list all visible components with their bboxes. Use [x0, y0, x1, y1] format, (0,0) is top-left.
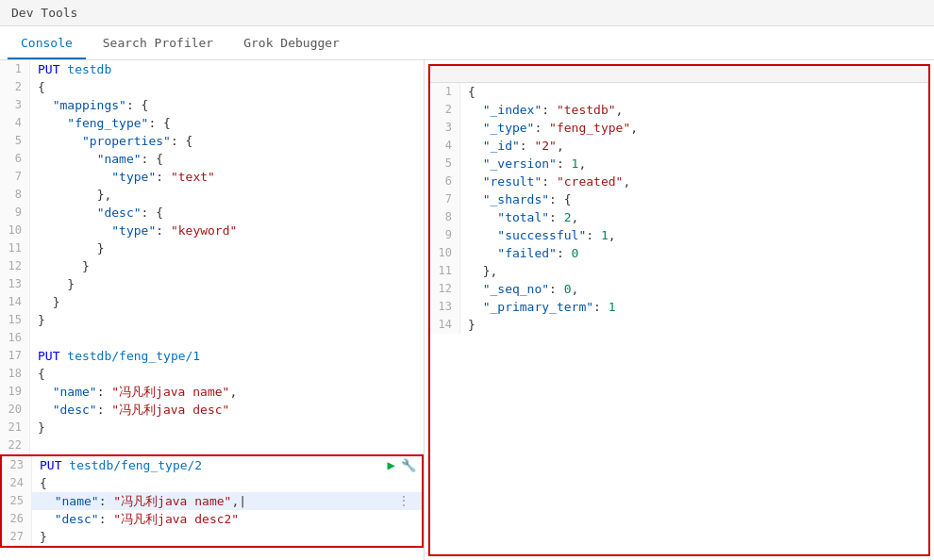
resp-line-7: 7 "_shards": {: [430, 190, 928, 208]
resp-line-3: 3 "_type": "feng_type",: [430, 119, 928, 137]
resp-line-6: 6 "result": "created",: [430, 173, 928, 190]
app-title: Dev Tools: [11, 6, 77, 20]
line-8: 8 },: [0, 186, 424, 204]
block-put-testdb: 1 PUT testdb 2 { 3 "mappings": { 4 "feng…: [0, 60, 424, 329]
tab-bar: Console Search Profiler Grok Debugger: [0, 26, 934, 60]
resp-line-10: 10 "failed": 0: [430, 244, 928, 262]
line-2: 2 {: [0, 78, 424, 96]
tab-grok-debugger[interactable]: Grok Debugger: [230, 28, 353, 59]
resp-line-5: 5 "_version": 1,: [430, 155, 928, 173]
response-panel[interactable]: 1 { 2 "_index": "testdb", 3 "_type": "fe…: [428, 64, 930, 556]
resp-line-2: 2 "_index": "testdb",: [430, 101, 928, 119]
response-header: [430, 66, 928, 83]
line-7: 7 "type": "text": [0, 168, 424, 186]
line-20: 20 "desc": "冯凡利java desc": [0, 401, 424, 419]
more-options-icon[interactable]: ⋮: [397, 493, 410, 508]
resp-line-12: 12 "_seq_no": 0,: [430, 280, 928, 298]
line-25: 25 "name": "冯凡利java name",|: [2, 492, 422, 510]
line-19: 19 "name": "冯凡利java name",: [0, 383, 424, 401]
resp-line-4: 4 "_id": "2",: [430, 137, 928, 155]
line-26: 26 "desc": "冯凡利java desc2": [2, 510, 422, 528]
line-14: 14 }: [0, 293, 424, 311]
line-11: 11 }: [0, 239, 424, 257]
right-panel: 1 { 2 "_index": "testdb", 3 "_type": "fe…: [425, 60, 934, 560]
line-6: 6 "name": {: [0, 150, 424, 168]
left-panel: 1 PUT testdb 2 { 3 "mappings": { 4 "feng…: [0, 60, 425, 560]
line-23: 23 PUT testdb/feng_type/2: [2, 456, 422, 474]
tab-console[interactable]: Console: [8, 28, 86, 59]
title-bar: Dev Tools: [0, 0, 934, 26]
tab-search-profiler[interactable]: Search Profiler: [90, 28, 226, 59]
line-9: 9 "desc": {: [0, 204, 424, 222]
line-18: 18 {: [0, 365, 424, 383]
line-5: 5 "properties": {: [0, 132, 424, 150]
main-content: 1 PUT testdb 2 { 3 "mappings": { 4 "feng…: [0, 60, 934, 560]
line-16: 16: [0, 329, 424, 347]
editor-area[interactable]: 1 PUT testdb 2 { 3 "mappings": { 4 "feng…: [0, 60, 424, 560]
resp-line-11: 11 },: [430, 262, 928, 280]
line-4: 4 "feng_type": {: [0, 114, 424, 132]
resp-line-14: 14 }: [430, 316, 928, 334]
line-15: 15 }: [0, 311, 424, 329]
line-24: 24 {: [2, 474, 422, 492]
line-27: 27 }: [2, 528, 422, 546]
block-put-type1: 17 PUT testdb/feng_type/1 18 { 19 "name"…: [0, 347, 424, 436]
wrench-icon[interactable]: 🔧: [401, 458, 416, 472]
resp-line-13: 13 "_primary_term": 1: [430, 298, 928, 316]
resp-line-8: 8 "total": 2,: [430, 208, 928, 226]
line-10: 10 "type": "keyword": [0, 222, 424, 239]
play-icon[interactable]: ▶: [388, 457, 395, 472]
line-17: 17 PUT testdb/feng_type/1: [0, 347, 424, 365]
line-21: 21 }: [0, 419, 424, 436]
block-put-type2-selected: ▶ 🔧 ⋮ 23 PUT testdb/feng_type/2 24 { 25 …: [0, 454, 424, 548]
line-1: 1 PUT testdb: [0, 60, 424, 78]
resp-line-9: 9 "successful": 1,: [430, 226, 928, 244]
line-12: 12 }: [0, 257, 424, 275]
line-13: 13 }: [0, 275, 424, 293]
line-3: 3 "mappings": {: [0, 96, 424, 114]
resp-line-1: 1 {: [430, 83, 928, 101]
line-22: 22: [0, 436, 424, 454]
response-content: 1 { 2 "_index": "testdb", 3 "_type": "fe…: [430, 83, 928, 334]
